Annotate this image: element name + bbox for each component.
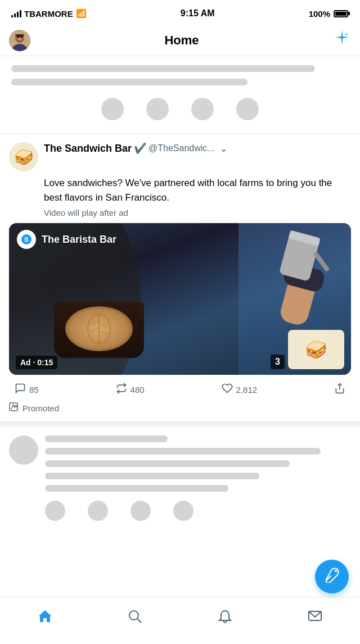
video-notice: Video will play after ad (9, 208, 351, 217)
heart-icon (222, 383, 233, 397)
skeleton-circle-1 (101, 98, 124, 120)
skeleton-action-3 (130, 501, 151, 521)
reply-button[interactable]: 85 (15, 383, 39, 397)
skeleton-text-3 (45, 460, 290, 467)
next-tweet-skeleton (0, 422, 360, 530)
tweet-header-info: The Sandwich Bar ✔️ @TheSandwic... ⌄ (44, 142, 351, 155)
video-overlay-bottom: Ad · 0:15 3 🥪 (9, 324, 351, 375)
video-thumbnail[interactable]: 🥪 (288, 330, 344, 369)
skeleton-circle-3 (191, 98, 214, 120)
skeleton-text-5 (45, 485, 228, 492)
status-bar: TBARMORE 📶 9:15 AM 100% (0, 0, 360, 25)
status-right: 100% (309, 9, 349, 19)
retweet-icon (116, 383, 127, 397)
video-count-badge: 3 (271, 355, 285, 369)
nav-notifications[interactable] (211, 602, 239, 631)
skeleton-action-1 (45, 501, 65, 521)
bottom-navigation (0, 597, 360, 644)
reply-icon (15, 383, 26, 397)
like-count: 2,812 (236, 385, 258, 394)
like-button[interactable]: 2,812 (222, 383, 258, 397)
nav-bar: Home (0, 25, 360, 56)
nav-messages[interactable] (301, 602, 329, 631)
barista-bar-logo: B (17, 230, 36, 249)
sparkle-icon[interactable] (333, 29, 351, 51)
tweet-header: 🥪 The Sandwich Bar ✔️ @TheSandwic... ⌄ (9, 142, 351, 171)
video-overlay-top: B The Barista Bar (9, 223, 351, 256)
carrier-label: TBARMORE (24, 9, 73, 19)
tweet-name-row: The Sandwich Bar ✔️ @TheSandwic... ⌄ (44, 142, 228, 155)
skeleton-line-2 (11, 79, 248, 85)
retweet-button[interactable]: 480 (116, 383, 145, 397)
video-thumbnail-group: 3 🥪 (271, 330, 344, 369)
skeleton-loading-top (0, 56, 360, 134)
tweet-account-name: The Sandwich Bar (44, 143, 132, 155)
svg-line-18 (313, 255, 330, 269)
svg-line-10 (91, 320, 99, 324)
svg-point-6 (21, 37, 22, 38)
nav-search[interactable] (121, 602, 149, 631)
share-icon (334, 383, 345, 397)
skeleton-action-circles (45, 501, 351, 521)
compose-icon (324, 567, 340, 587)
svg-point-24 (129, 611, 138, 620)
battery-icon (334, 10, 349, 17)
retweet-count: 480 (130, 385, 145, 394)
ad-badge: Ad · 0:15 (16, 356, 57, 369)
skeleton-text-4 (45, 473, 259, 479)
svg-rect-7 (15, 34, 24, 36)
svg-line-25 (137, 619, 141, 623)
promoted-row: Promoted (9, 402, 351, 414)
tweet-body-text: Love sandwiches? We've partnered with lo… (9, 176, 351, 205)
skeleton-avatar (9, 436, 38, 465)
status-left: TBARMORE 📶 (11, 8, 87, 19)
tweet-actions: 85 480 2,812 (9, 383, 351, 397)
svg-text:B: B (24, 237, 28, 243)
skeleton-line-1 (11, 65, 315, 72)
promoted-label: Promoted (22, 403, 59, 413)
compose-button[interactable] (315, 560, 349, 593)
tweet-handle: @TheSandwic... (148, 143, 215, 153)
skeleton-action-4 (173, 501, 194, 521)
skeleton-text-2 (45, 448, 321, 455)
battery-label: 100% (309, 9, 330, 19)
avatar[interactable] (9, 30, 30, 51)
svg-point-5 (17, 37, 19, 38)
nav-home[interactable] (31, 602, 59, 631)
tweet-avatar: 🥪 (9, 142, 38, 171)
skeleton-text-1 (45, 436, 168, 442)
skeleton-action-2 (88, 501, 108, 521)
promoted-icon (9, 402, 18, 414)
svg-rect-22 (10, 403, 17, 411)
share-button[interactable] (334, 383, 345, 397)
skeleton-content (45, 436, 351, 521)
page-title: Home (164, 33, 199, 48)
skeleton-circles (11, 92, 349, 129)
chevron-down-icon[interactable]: ⌄ (219, 142, 228, 155)
reply-count: 85 (29, 385, 39, 394)
barista-bar-label: The Barista Bar (42, 234, 116, 246)
video-player[interactable]: B The Barista Bar Ad · 0:15 3 🥪 (9, 223, 351, 375)
tweet-card: 🥪 The Sandwich Bar ✔️ @TheSandwic... ⌄ L… (0, 134, 360, 422)
skeleton-circle-2 (146, 98, 169, 120)
wifi-icon: 📶 (76, 8, 87, 19)
verified-icon: ✔️ (134, 142, 146, 155)
svg-point-23 (335, 570, 337, 572)
signal-icon (11, 10, 21, 17)
skeleton-circle-4 (236, 98, 259, 120)
status-time: 9:15 AM (181, 8, 215, 19)
